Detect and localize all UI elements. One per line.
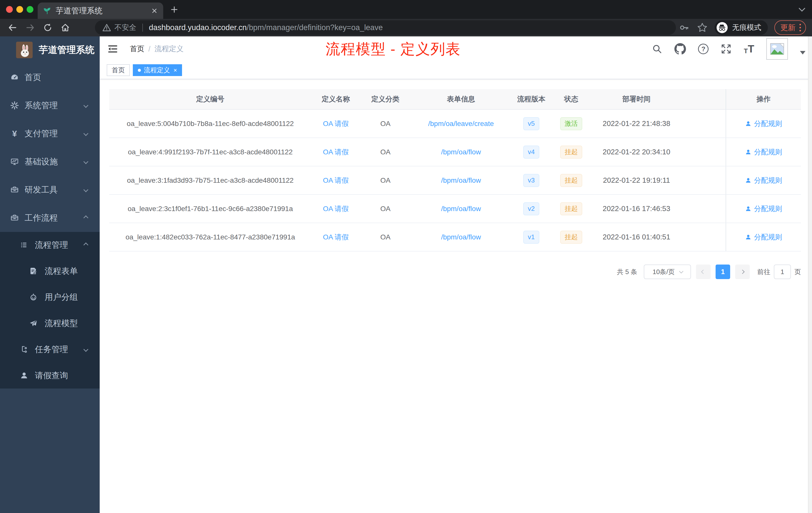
- assign-rule-link[interactable]: 分配规则: [726, 167, 801, 194]
- definition-name-link[interactable]: OA 请假: [311, 138, 360, 166]
- sidebar-item-系统管理[interactable]: 系统管理: [0, 91, 100, 119]
- new-tab-icon[interactable]: [170, 5, 178, 13]
- dashboard-icon: [10, 73, 19, 82]
- form-doc-icon: [29, 267, 38, 276]
- sidebar-collapse-icon[interactable]: [107, 44, 118, 54]
- version-tag: v3: [512, 167, 551, 194]
- form-info-link[interactable]: /bpm/oa/leave/create: [410, 110, 512, 138]
- browser-tab-strip: 芋道管理系统: [0, 0, 812, 19]
- update-label: 更新: [780, 23, 795, 33]
- sidebar-item-label: 请假查询: [35, 370, 68, 381]
- avatar[interactable]: [766, 38, 788, 60]
- page-unit-label: 页: [794, 268, 801, 276]
- column-header-流程版本: 流程版本: [512, 89, 551, 109]
- column-header-定义分类: 定义分类: [360, 89, 410, 109]
- browser-menu-kebab-icon[interactable]: [800, 24, 801, 31]
- deploy-time: 2022-01-16 01:40:51: [591, 223, 682, 251]
- chevron-right-icon: [741, 270, 745, 274]
- page-number-button[interactable]: 1: [716, 265, 730, 279]
- assign-rule-link[interactable]: 分配规则: [726, 195, 801, 222]
- sidebar-item-任务管理[interactable]: 任务管理: [0, 336, 100, 362]
- security-warning-icon[interactable]: [103, 24, 111, 32]
- definition-name-link[interactable]: OA 请假: [311, 223, 360, 251]
- url-bar[interactable]: 不安全 dashboard.yudao.iocoder.cn/bpm/manag…: [95, 20, 676, 35]
- avatar-dropdown-caret-icon[interactable]: [800, 51, 806, 55]
- sidebar-item-label: 支付管理: [25, 128, 58, 139]
- page-scrollbar[interactable]: [808, 36, 812, 513]
- tag-home[interactable]: 首页: [107, 64, 130, 76]
- sidebar-item-流程表单[interactable]: 流程表单: [0, 258, 100, 284]
- prev-page-button[interactable]: [696, 265, 710, 279]
- search-icon[interactable]: [652, 44, 662, 54]
- definition-name-link[interactable]: OA 请假: [311, 195, 360, 222]
- chrome-update-button[interactable]: 更新: [774, 20, 806, 35]
- browser-tab[interactable]: 芋道管理系统: [38, 2, 163, 19]
- form-info-link[interactable]: /bpm/oa/flow: [410, 167, 512, 194]
- column-header-定义名称: 定义名称: [311, 89, 360, 109]
- definition-name-link[interactable]: OA 请假: [311, 110, 360, 138]
- table-row: oa_leave:4:991f2193-7b7f-11ec-a3c8-acde4…: [109, 138, 801, 167]
- sidebar-item-工作流程[interactable]: 工作流程: [0, 204, 100, 232]
- app-logo-row[interactable]: 芋道管理系统: [0, 36, 100, 63]
- help-icon[interactable]: ?: [698, 44, 708, 54]
- tab-close-icon[interactable]: [151, 7, 158, 14]
- github-icon[interactable]: [674, 43, 686, 55]
- person-icon: [745, 234, 754, 240]
- security-label[interactable]: 不安全: [115, 23, 136, 33]
- sidebar-item-请假查询[interactable]: 请假查询: [0, 362, 100, 389]
- sidebar-item-支付管理[interactable]: ¥支付管理: [0, 119, 100, 148]
- person-icon: [745, 177, 754, 184]
- sidebar-item-流程管理[interactable]: 流程管理: [0, 232, 100, 258]
- window-controls[interactable]: [6, 6, 33, 13]
- robot-icon: [29, 293, 38, 302]
- favicon-sprout-icon: [43, 7, 51, 15]
- url-path[interactable]: /bpm/manager/definition?key=oa_leave: [247, 23, 383, 32]
- password-key-icon[interactable]: [679, 22, 690, 33]
- font-size-icon[interactable]: TT: [744, 44, 754, 54]
- tag-close-icon[interactable]: [174, 67, 177, 73]
- definition-name-link[interactable]: OA 请假: [311, 167, 360, 194]
- assign-rule-link[interactable]: 分配规则: [726, 223, 801, 251]
- form-info-link[interactable]: /bpm/oa/flow: [410, 195, 512, 222]
- chevron-down-icon: [83, 103, 88, 108]
- sidebar-item-首页[interactable]: 首页: [0, 63, 100, 91]
- status-tag: 挂起: [551, 223, 591, 251]
- page-size-select[interactable]: 10条/页: [644, 265, 691, 279]
- breadcrumb-separator: /: [148, 45, 150, 53]
- form-info-link[interactable]: /bpm/oa/flow: [410, 223, 512, 251]
- toolbox-icon: [10, 213, 19, 222]
- url-divider: [142, 24, 143, 32]
- maximize-window-button[interactable]: [27, 6, 33, 13]
- monitor-icon: [10, 157, 19, 166]
- definition-id: oa_leave:2:3c1f0ef1-76b1-11ec-9c66-a2380…: [109, 195, 311, 222]
- sidebar-item-label: 流程表单: [45, 266, 78, 277]
- minimize-window-button[interactable]: [16, 6, 23, 13]
- forward-icon[interactable]: [25, 23, 35, 33]
- goto-page-input[interactable]: 1: [774, 265, 791, 279]
- url-domain[interactable]: dashboard.yudao.iocoder.cn: [149, 23, 247, 32]
- breadcrumb-home[interactable]: 首页: [130, 44, 144, 54]
- sidebar-item-基础设施[interactable]: 基础设施: [0, 148, 100, 176]
- reload-icon[interactable]: [43, 23, 53, 33]
- home-icon[interactable]: [60, 23, 70, 33]
- tab-search-chevron-icon[interactable]: [799, 7, 806, 12]
- next-page-button[interactable]: [735, 265, 750, 279]
- back-icon[interactable]: [7, 23, 18, 33]
- deploy-time: 2022-01-22 19:19:11: [591, 167, 682, 194]
- sidebar-item-研发工具[interactable]: 研发工具: [0, 176, 100, 204]
- table-row: oa_leave:1:482ec033-762a-11ec-8477-a2380…: [109, 223, 801, 251]
- assign-rule-link[interactable]: 分配规则: [726, 138, 801, 166]
- table-row: oa_leave:5:004b710b-7b8a-11ec-8ef0-acde4…: [109, 110, 801, 138]
- column-header-定义编号: 定义编号: [109, 89, 311, 109]
- tag-process-definition[interactable]: 流程定义: [133, 64, 182, 76]
- assign-rule-link[interactable]: 分配规则: [726, 110, 801, 138]
- person-icon: [745, 206, 754, 212]
- form-info-link[interactable]: /bpm/oa/flow: [410, 138, 512, 166]
- sidebar-item-用户分组[interactable]: 用户分组: [0, 284, 100, 310]
- close-window-button[interactable]: [6, 6, 13, 13]
- fullscreen-icon[interactable]: [721, 43, 732, 55]
- sidebar-item-label: 任务管理: [35, 344, 68, 355]
- column-header-表单信息: 表单信息: [410, 89, 512, 109]
- sidebar-item-流程模型[interactable]: 流程模型: [0, 310, 100, 336]
- bookmark-star-icon[interactable]: [697, 22, 707, 33]
